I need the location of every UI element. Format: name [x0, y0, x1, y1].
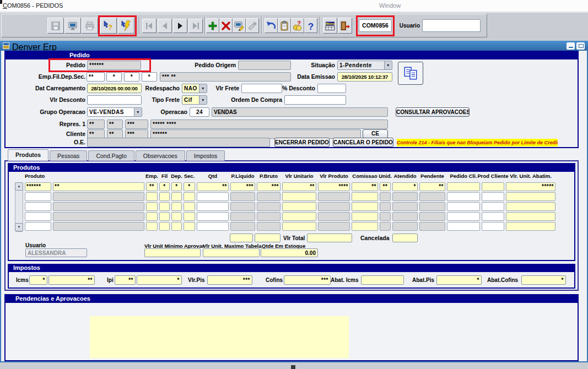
grid-cell-qtd[interactable] — [197, 212, 229, 221]
enter-query-button[interactable] — [100, 18, 117, 34]
first-record-button[interactable] — [142, 19, 157, 33]
grid-cell-atendido[interactable] — [392, 192, 418, 201]
grid-cell-p_liquido[interactable] — [230, 212, 255, 221]
abat-icms-field[interactable] — [361, 275, 404, 285]
grid-cell-comissao[interactable] — [352, 192, 378, 201]
operacao-field[interactable]: 24 — [190, 107, 209, 117]
grid-cell-desc[interactable] — [53, 202, 144, 211]
usuario-toolbar-input[interactable] — [422, 19, 481, 32]
menu-button[interactable] — [323, 18, 337, 34]
vlr-pis-field[interactable]: *** — [207, 275, 252, 285]
grid-cell-sec[interactable]: * — [184, 182, 195, 191]
tab-produtos[interactable]: Produtos — [8, 149, 48, 161]
edit-record-button[interactable] — [233, 18, 246, 33]
ce-button[interactable]: CE — [363, 129, 388, 138]
grid-cell-pendente[interactable]: ** — [419, 182, 445, 191]
grid-cell-unid[interactable] — [380, 222, 391, 231]
grid-cell-vlr_abatim[interactable]: ***** — [506, 182, 555, 191]
emp-desc-field[interactable]: *** ** — [160, 72, 291, 82]
grid-cell-fil[interactable] — [159, 222, 170, 231]
grid-cell-dep[interactable] — [171, 202, 182, 211]
undo-button[interactable] — [265, 18, 278, 33]
abat-cofins-field[interactable]: * — [521, 275, 566, 285]
grid-cell-vlr_produto[interactable] — [318, 192, 350, 201]
delete-record-button[interactable] — [219, 18, 233, 33]
grid-cell-vlr_produto[interactable] — [318, 202, 350, 211]
fil-field[interactable]: * — [106, 72, 122, 82]
grid-cell-atendido[interactable] — [392, 222, 418, 231]
chevron-down-icon[interactable]: ▼ — [199, 84, 207, 93]
grid-cell-unid[interactable] — [380, 192, 391, 201]
grid-cell-desc[interactable] — [53, 222, 144, 231]
grid-cell-fil[interactable] — [159, 192, 170, 201]
grid-cell-dep[interactable] — [171, 192, 182, 201]
grid-cell-dep[interactable] — [171, 212, 182, 221]
grid-cell-fil[interactable] — [159, 212, 170, 221]
grid-cell-produto[interactable] — [25, 202, 51, 211]
grid-cell-prod_cliente[interactable] — [482, 192, 504, 201]
repres-field-3[interactable]: *** — [125, 120, 148, 129]
grid-cell-sec[interactable] — [184, 192, 195, 201]
grid-cell-p_bruto[interactable] — [257, 222, 280, 231]
pedido-origem-field[interactable] — [238, 61, 291, 70]
emp-field[interactable]: ** — [87, 72, 105, 82]
encerrar-pedido-button[interactable]: ENCERRAR PEDIDO — [274, 138, 330, 147]
data-emissao-field[interactable]: 28/10/2025 10:12:37 — [337, 72, 392, 82]
grid-cell-pendente[interactable] — [419, 202, 445, 211]
chevron-down-icon[interactable]: ▼ — [384, 61, 392, 69]
exit-button[interactable] — [338, 18, 352, 34]
grid-cell-vlr_unitario[interactable]: ** — [282, 182, 316, 191]
currency-query-button[interactable] — [291, 18, 304, 33]
grid-cell-produto[interactable] — [25, 222, 51, 231]
vlr-desconto-field[interactable] — [87, 95, 142, 105]
grid-cell-produto[interactable] — [25, 212, 51, 221]
menu-window[interactable]: Window — [379, 2, 401, 9]
copy-document-button[interactable] — [398, 62, 423, 85]
grid-cell-atendido[interactable] — [392, 212, 418, 221]
grid-cell-qtd[interactable]: ** — [197, 182, 229, 191]
grid-cell-comissao[interactable] — [352, 212, 378, 221]
situacao-combo[interactable]: 1-Pendente▼ — [337, 61, 392, 70]
cancelar-pedido-button[interactable]: CANCELAR O PEDIDO — [333, 138, 393, 147]
grid-cell-p_liquido[interactable] — [230, 192, 255, 201]
grid-cell-emp[interactable] — [146, 212, 158, 221]
grid-cell-desc[interactable] — [53, 212, 144, 221]
grid-cell-sec[interactable] — [184, 212, 195, 221]
screen-code-field[interactable]: COM0856 — [359, 19, 392, 32]
tab-pessoas[interactable]: Pessoas — [50, 150, 87, 161]
tab-impostos[interactable]: Impostos — [186, 150, 225, 161]
icms-field-1[interactable]: * — [29, 275, 47, 285]
grid-cell-vlr_abatim[interactable] — [506, 222, 555, 231]
grid-cell-p_liquido[interactable] — [230, 222, 255, 231]
tipo-frete-combo[interactable]: Cif▼ — [182, 95, 207, 105]
grid-cell-comissao[interactable] — [352, 202, 378, 211]
grid-cell-pendente[interactable] — [419, 222, 445, 231]
scroll-down-button[interactable]: ▼ — [15, 223, 23, 231]
grid-cell-p_bruto[interactable] — [257, 202, 280, 211]
grid-cell-pedido_cli[interactable] — [447, 202, 480, 211]
grid-cell-pendente[interactable] — [419, 212, 445, 221]
grid-cell-fil[interactable] — [159, 202, 170, 211]
grid-cell-p_bruto[interactable] — [257, 212, 280, 221]
grid-cell-comissao[interactable] — [352, 222, 378, 231]
redespacho-combo[interactable]: NAO▼ — [182, 84, 207, 93]
grid-cell-vlr_unitario[interactable] — [282, 192, 316, 201]
operacao-desc-field[interactable]: VENDAS — [212, 107, 388, 117]
grid-cell-dep[interactable] — [171, 222, 182, 231]
grid-cell-qtd[interactable] — [197, 192, 229, 201]
tab-cond-pagto[interactable]: Cond.Pagto — [88, 150, 134, 161]
vlr-total-field[interactable] — [307, 234, 352, 242]
grid-cell-pedido_cli[interactable] — [447, 212, 480, 221]
grid-cell-atendido[interactable]: * — [392, 182, 418, 191]
grid-cell-unid[interactable]: ** — [380, 182, 391, 191]
grid-cell-p_liquido[interactable] — [230, 202, 255, 211]
grid-cell-atendido[interactable] — [392, 202, 418, 211]
print-button[interactable] — [82, 18, 98, 34]
grid-cell-sec[interactable] — [184, 202, 195, 211]
grid-cell-p_liquido[interactable]: *** — [230, 182, 255, 191]
grid-cell-emp[interactable] — [146, 222, 158, 231]
repres-desc-field[interactable]: ***** **** — [150, 120, 388, 129]
scroll-up-button[interactable]: ▲ — [15, 182, 23, 191]
vlr-unit-maximo-field[interactable] — [203, 248, 260, 257]
previous-record-button[interactable] — [158, 19, 172, 33]
